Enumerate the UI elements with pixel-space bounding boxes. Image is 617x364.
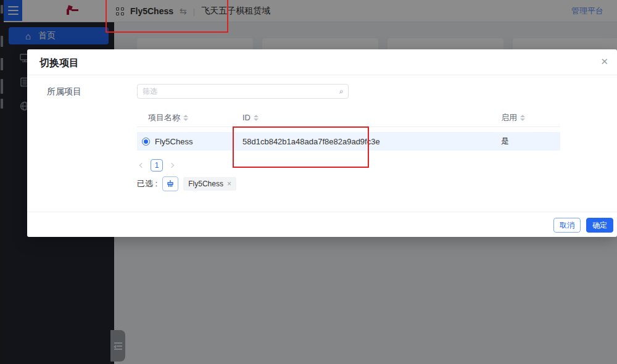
row-radio-selected[interactable]: [142, 138, 150, 146]
modal-header: 切换项目 ✕: [27, 49, 617, 75]
clear-selection-button[interactable]: [162, 176, 178, 191]
switch-project-modal: 切换项目 ✕ 所属项目 ⌕ 项目名称 ID 启用: [27, 49, 617, 237]
broom-icon: [166, 180, 175, 188]
project-table: 项目名称 ID 启用 Fly5Chess 58d1cb842: [137, 109, 560, 151]
confirm-button[interactable]: 确定: [586, 218, 613, 233]
table-row[interactable]: Fly5Chess 58d1cb842b1a48ada7f8e82a9ad9fc…: [137, 132, 560, 151]
tag-label: Fly5Chess: [188, 180, 223, 188]
search-icon[interactable]: ⌕: [334, 87, 348, 96]
selected-label: 已选 :: [137, 178, 157, 189]
selected-project-tag: Fly5Chess ×: [183, 177, 236, 191]
column-header-enabled[interactable]: 启用: [501, 112, 560, 123]
modal-title: 切换项目: [39, 57, 79, 70]
project-search-box: ⌕: [137, 84, 349, 99]
cancel-button[interactable]: 取消: [553, 218, 581, 233]
tag-remove-icon[interactable]: ×: [227, 180, 231, 188]
column-header-name[interactable]: 项目名称: [148, 112, 233, 123]
sort-icon[interactable]: [183, 115, 188, 121]
project-filter-input[interactable]: [138, 87, 334, 96]
page-number-button[interactable]: 1: [151, 159, 163, 172]
close-icon[interactable]: ✕: [600, 57, 608, 66]
project-field-label: 所属项目: [47, 86, 81, 97]
next-page-icon[interactable]: [168, 159, 175, 172]
sort-icon[interactable]: [520, 115, 525, 121]
pagination: 1: [138, 159, 175, 172]
modal-footer: 取消 确定: [27, 212, 617, 237]
table-header-row: 项目名称 ID 启用: [137, 109, 560, 127]
sort-icon[interactable]: [254, 115, 259, 121]
selected-projects-line: 已选 : Fly5Chess ×: [137, 176, 236, 191]
cell-project-enabled: 是: [501, 136, 509, 146]
cell-project-name: Fly5Chess: [155, 137, 193, 146]
screen: Fly5Chess ⇆ | 飞天五子棋租赁域 管理平台 ⌂ 首页: [0, 0, 617, 364]
cell-project-id: 58d1cb842b1a48ada7f8e82a9ad9fc3e: [242, 137, 380, 146]
column-header-id[interactable]: ID: [242, 113, 500, 122]
prev-page-icon[interactable]: [138, 159, 146, 172]
